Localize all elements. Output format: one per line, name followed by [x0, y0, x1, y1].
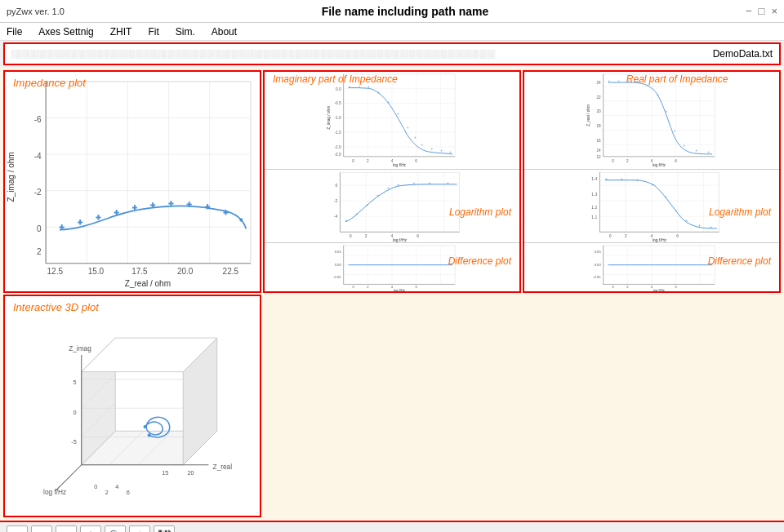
- svg-text:+: +: [366, 202, 368, 206]
- svg-text:-2: -2: [334, 198, 338, 203]
- imaginary-plot-title: Imaginary part of Impedance: [273, 73, 398, 85]
- real-sub-plots: Real part of Impedance: [524, 72, 779, 291]
- filename: DemoData.txt: [713, 48, 773, 60]
- svg-text:+: +: [412, 180, 415, 184]
- imaginary-plot-cell: Imaginary part of Impedance: [263, 70, 521, 293]
- svg-text:+: +: [608, 79, 611, 83]
- imaginary-sub-plots: Imaginary part of Impedance: [265, 72, 519, 291]
- svg-text:+: +: [78, 218, 82, 227]
- window-title: File name including path name: [65, 5, 746, 18]
- svg-text:+: +: [356, 211, 359, 216]
- svg-text:15: 15: [162, 469, 168, 477]
- svg-text:20: 20: [187, 469, 194, 477]
- svg-text:+: +: [605, 175, 608, 180]
- title-bar: pyZwx ver. 1.0 File name including path …: [0, 0, 784, 23]
- plots-grid: Impedance plot -6 -4 -2 0: [3, 70, 781, 517]
- impedance-plot-title: Impedance plot: [13, 77, 86, 89]
- svg-text:-0.05: -0.05: [593, 274, 601, 278]
- minimize-button[interactable]: −: [746, 5, 752, 17]
- svg-rect-152: [599, 172, 719, 232]
- 3d-plot-svg: Z_real log f/Hz Z_imag 0 2 4 6 15 20 -5 …: [5, 313, 260, 516]
- svg-text:1.2: 1.2: [591, 204, 597, 209]
- svg-text:+: +: [707, 150, 710, 154]
- svg-text:0: 0: [609, 233, 612, 237]
- svg-text:+: +: [397, 181, 399, 186]
- svg-rect-0: [46, 82, 251, 264]
- home-button[interactable]: ⌂: [7, 525, 28, 532]
- save-button[interactable]: 💾: [154, 525, 175, 532]
- svg-text:+: +: [187, 200, 192, 209]
- svg-text:14: 14: [596, 149, 601, 153]
- svg-text:log f/Hz: log f/Hz: [653, 287, 665, 291]
- svg-rect-70: [340, 172, 459, 232]
- svg-text:-5: -5: [71, 438, 76, 446]
- svg-text:+: +: [205, 202, 210, 211]
- pan-button[interactable]: ✛: [80, 525, 101, 532]
- svg-text:+: +: [376, 193, 379, 197]
- svg-text:log f/Hz: log f/Hz: [393, 163, 407, 167]
- back-button[interactable]: ←: [31, 525, 52, 532]
- 3d-plot-cell: Interactive 3D plot: [3, 295, 261, 517]
- imaginary-log-plot: Logarithm plot 0 -2 -4: [265, 170, 519, 243]
- svg-text:+: +: [358, 85, 360, 89]
- imaginary-log-label: Logarithm plot: [449, 206, 511, 218]
- menu-zhit[interactable]: ZHIT: [107, 24, 136, 39]
- menu-file[interactable]: File: [3, 24, 25, 39]
- svg-line-211: [56, 465, 82, 490]
- svg-text:-4: -4: [34, 152, 42, 161]
- svg-text:20: 20: [596, 109, 601, 113]
- svg-text:+: +: [429, 180, 431, 184]
- settings-button[interactable]: ⚙: [129, 525, 150, 532]
- real-diff-plot: Difference plot 0.05 0.00: [524, 243, 779, 291]
- svg-text:0: 0: [612, 285, 614, 289]
- menu-bar: File Axes Settnig ZHIT Fit Sim. About: [0, 23, 784, 41]
- svg-text:log f/Hz: log f/Hz: [653, 237, 667, 242]
- svg-text:•: •: [239, 215, 243, 224]
- svg-text:Z_real / ohm: Z_real / ohm: [586, 104, 590, 126]
- svg-text:0: 0: [37, 224, 42, 233]
- svg-text:1.3: 1.3: [591, 191, 597, 196]
- real-main-plot: Real part of Impedance: [524, 72, 779, 170]
- svg-text:0: 0: [352, 285, 354, 289]
- svg-text:Z_imag / ohm: Z_imag / ohm: [7, 152, 16, 202]
- menu-sim[interactable]: Sim.: [172, 24, 198, 39]
- maximize-button[interactable]: □: [759, 5, 765, 17]
- svg-text:0.0: 0.0: [336, 87, 341, 91]
- svg-text:Z_real / ohm: Z_real / ohm: [125, 279, 171, 288]
- close-button[interactable]: ×: [771, 5, 777, 17]
- svg-text:12.5: 12.5: [47, 267, 64, 276]
- svg-text:log f/Hz: log f/Hz: [653, 163, 666, 167]
- imaginary-diff-label: Difference plot: [448, 255, 511, 267]
- forward-button[interactable]: →: [56, 525, 77, 532]
- svg-text:+: +: [665, 194, 667, 199]
- svg-point-226: [143, 425, 146, 428]
- svg-text:6: 6: [416, 285, 418, 289]
- svg-text:24: 24: [596, 81, 601, 85]
- svg-text:0: 0: [612, 159, 614, 163]
- zoom-button[interactable]: 🔍: [105, 525, 126, 532]
- svg-text:+: +: [698, 223, 701, 228]
- menu-about[interactable]: About: [208, 24, 240, 39]
- svg-text:4: 4: [391, 159, 394, 163]
- real-log-plot: Logarithm plot 1.4 1.3: [524, 170, 779, 243]
- svg-text:4: 4: [651, 159, 653, 163]
- svg-text:Z_imag / ohm: Z_imag / ohm: [327, 106, 331, 130]
- real-plot-svg: 24 22 20 18 16 14 12 0 2 4 6 log f/Hz Z_…: [524, 72, 779, 169]
- svg-text:1.1: 1.1: [591, 215, 597, 219]
- svg-text:+: +: [421, 143, 424, 147]
- svg-text:22: 22: [596, 95, 601, 100]
- svg-text:6: 6: [127, 489, 130, 496]
- svg-text:0.00: 0.00: [335, 263, 342, 267]
- svg-text:-2.5: -2.5: [335, 153, 342, 157]
- svg-text:+: +: [617, 79, 620, 83]
- menu-fit[interactable]: Fit: [145, 24, 162, 39]
- svg-text:+: +: [132, 203, 137, 212]
- svg-text:log f/Hz: log f/Hz: [43, 488, 66, 496]
- svg-text:Z_real: Z_real: [213, 463, 233, 471]
- svg-text:-0.5: -0.5: [335, 101, 342, 105]
- svg-text:6: 6: [676, 233, 679, 237]
- impedance-plot-svg: -6 -4 -2 0 2 12.5 15.0 17.5 20.0 22.5 Z_…: [5, 72, 260, 291]
- real-log-label: Logarithm plot: [709, 206, 771, 218]
- menu-axes[interactable]: Axes Settnig: [35, 24, 96, 39]
- real-plot-title: Real part of Impedance: [626, 73, 728, 85]
